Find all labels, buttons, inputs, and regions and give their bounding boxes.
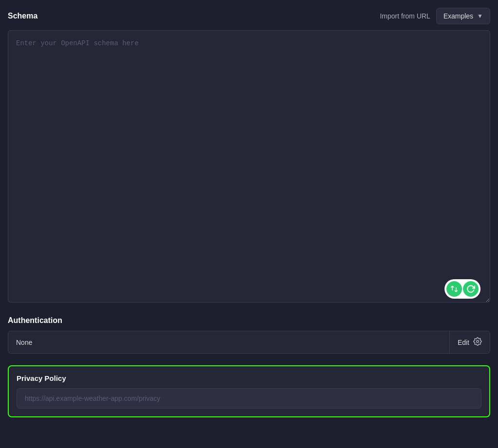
authentication-edit-button[interactable]: Edit — [449, 331, 490, 353]
schema-textarea-container — [8, 30, 490, 305]
authentication-value: None — [8, 333, 449, 352]
examples-label: Examples — [444, 12, 473, 20]
authentication-section: Authentication None Edit — [8, 316, 490, 354]
schema-title: Schema — [8, 12, 37, 20]
schema-header: Schema Import from URL Examples ▼ — [8, 8, 490, 24]
edit-label: Edit — [458, 339, 469, 346]
privacy-policy-section: Privacy Policy — [8, 365, 490, 417]
privacy-policy-input[interactable] — [17, 388, 481, 409]
examples-dropdown-button[interactable]: Examples ▼ — [436, 8, 490, 24]
page-container: Schema Import from URL Examples ▼ — [0, 0, 498, 448]
editor-refresh-button[interactable] — [463, 281, 479, 297]
schema-header-controls: Import from URL Examples ▼ — [380, 8, 490, 24]
import-url-button[interactable]: Import from URL — [380, 12, 430, 20]
arrow-updown-icon — [450, 285, 459, 293]
editor-controls — [445, 279, 480, 299]
authentication-row: None Edit — [8, 331, 490, 354]
refresh-icon — [466, 285, 475, 293]
schema-textarea[interactable] — [8, 30, 490, 303]
svg-point-6 — [477, 340, 479, 343]
editor-arrow-button[interactable] — [446, 281, 462, 297]
privacy-policy-title: Privacy Policy — [17, 374, 481, 382]
authentication-title: Authentication — [8, 316, 490, 325]
gear-icon — [473, 337, 482, 347]
chevron-down-icon: ▼ — [477, 13, 483, 19]
